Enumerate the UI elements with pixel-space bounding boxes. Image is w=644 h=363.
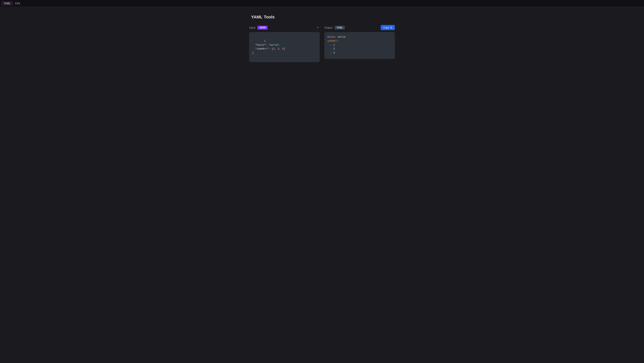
main-content: YAML Tools Input: JSON ✦ { "hello": "wor… (0, 7, 644, 62)
tool-layout: Input: JSON ✦ { "hello": "world", "someA… (249, 25, 395, 62)
input-code-panel[interactable]: { "hello": "world", "someArr": [1, 2, 3]… (249, 32, 320, 62)
yaml-line-4: - 2 (327, 47, 392, 51)
input-badge[interactable]: JSON (258, 26, 268, 30)
nav-item-yaml[interactable]: YAML (2, 1, 13, 6)
yaml-line-2: someArr: (327, 39, 392, 43)
yaml-line-3: - 1 (327, 43, 392, 47)
copy-button[interactable]: Copy ⧉ (381, 25, 395, 30)
output-label: Output: (324, 26, 333, 29)
input-header-right: ✦ (316, 25, 320, 30)
nav-item-csv[interactable]: CSV (13, 1, 22, 6)
input-panel-header: Input: JSON ✦ (249, 25, 320, 30)
sparkle-icon: ✦ (316, 26, 319, 29)
output-panel-header: Output: YAML Copy ⧉ (324, 25, 395, 30)
copy-button-label: Copy (383, 26, 389, 29)
output-panel: Output: YAML Copy ⧉ hello: world someArr… (324, 25, 395, 62)
yaml-line-5: - 3 (327, 51, 392, 55)
sparkle-button[interactable]: ✦ (316, 25, 320, 30)
yaml-line-1: hello: world (327, 35, 392, 39)
page-title: YAML Tools (251, 15, 275, 20)
input-label: Input: (249, 26, 256, 29)
copy-icon: ⧉ (390, 26, 392, 29)
navbar: YAML CSV (0, 0, 644, 7)
input-panel: Input: JSON ✦ { "hello": "world", "someA… (249, 25, 320, 62)
output-badge[interactable]: YAML (335, 26, 345, 30)
output-code-panel: hello: world someArr: - 1 - 2 - 3 (324, 32, 395, 59)
output-header-right: Copy ⧉ (381, 25, 395, 30)
